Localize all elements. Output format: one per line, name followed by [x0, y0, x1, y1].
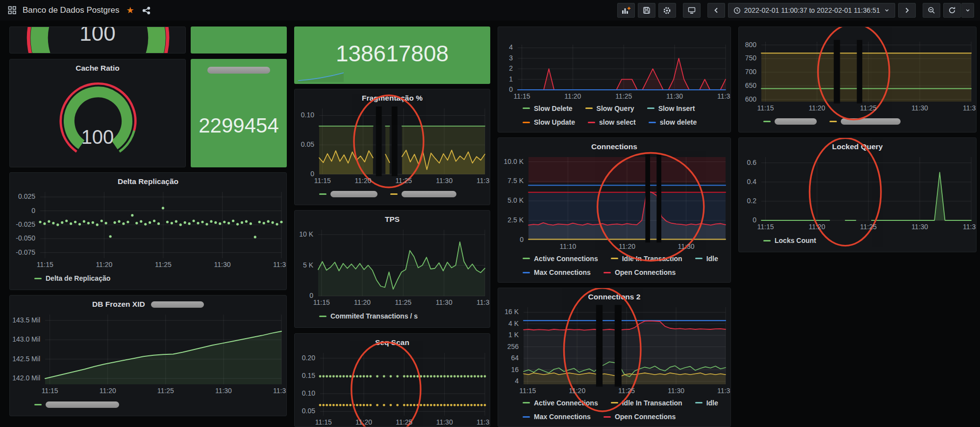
settings-gear-button[interactable]	[658, 3, 676, 18]
legend-color-dash	[763, 240, 771, 241]
panel-title[interactable]: TPS	[295, 213, 490, 226]
fragmentation-chart[interactable]: 0.100.05011:1511:2011:2511:3011:35	[295, 105, 490, 186]
legend-item[interactable]: Slow Delete	[523, 105, 573, 112]
x-tick-label: 11:20	[803, 223, 830, 231]
dashboards-grid-icon[interactable]	[6, 4, 19, 17]
dashboard-title[interactable]: Banco de Dados Postgres	[23, 5, 120, 15]
y-tick-label: 700	[739, 68, 756, 76]
chart-plot-svg	[761, 42, 971, 102]
chart-plot-svg	[319, 108, 485, 174]
x-tick-label: 11:20	[90, 261, 118, 268]
legend-label: Open Connections	[615, 413, 676, 421]
tv-mode-button[interactable]	[683, 3, 701, 18]
panel-stat-primary[interactable]: 138617808	[294, 27, 490, 84]
legend-item[interactable]: Commited Transactions / s	[319, 312, 418, 320]
legend-item[interactable]	[829, 118, 901, 125]
legend-item[interactable]	[34, 401, 119, 408]
legend-item[interactable]: Idle	[695, 399, 718, 407]
x-tick-label: 11:20	[559, 92, 586, 100]
time-forward-button[interactable]	[898, 3, 916, 18]
legend-item[interactable]: Idle	[695, 255, 718, 263]
legend-color-dash	[34, 404, 42, 405]
panel-connections[interactable]: Connections 10.0 K7.5 K5.0 K2.5 K011:101…	[498, 137, 731, 283]
y-tick-label: 0.6	[739, 159, 756, 166]
favorite-star-icon[interactable]: ★	[126, 5, 134, 16]
legend-item[interactable]: Slow Query	[585, 105, 634, 112]
legend-item[interactable]: slow delete	[649, 118, 697, 126]
slow-query-chart[interactable]: 4321011:1511:2011:2511:3011:35	[498, 27, 730, 102]
refresh-button[interactable]	[943, 3, 961, 18]
panel-title[interactable]: Locked Query	[739, 140, 976, 153]
x-tick-label: 11:35	[957, 223, 977, 231]
legend-label: Idle	[706, 255, 718, 263]
legend-item[interactable]: Open Connections	[603, 413, 676, 421]
y-tick-label: 143.0 Mil	[10, 335, 40, 343]
panel-values-top-right[interactable]: 80075070065060011:1511:2011:2511:3011:35	[738, 27, 977, 133]
y-tick-label: 7.5 K	[498, 177, 524, 185]
panel-title[interactable]: Fragmentação %	[295, 92, 490, 105]
add-panel-button[interactable]	[617, 3, 635, 18]
legend-label: Idle In Transaction	[622, 399, 682, 407]
legend-item[interactable]	[390, 191, 456, 197]
x-tick-label: 11:25	[389, 298, 417, 306]
legend-color-dash	[523, 107, 530, 109]
legend-item[interactable]: Max Connections	[523, 413, 591, 421]
panel-slow-query[interactable]: 4321011:1511:2011:2511:3011:35 Slow Dele…	[498, 27, 731, 133]
legend-item[interactable]: Active Connections	[523, 255, 598, 263]
connections-2-chart[interactable]: 16 K4 K1 K2566416411:1511:2011:2511:3011…	[498, 303, 730, 396]
legend-item[interactable]: Max Connections	[523, 268, 591, 276]
legend-item[interactable]: Locks Count	[763, 237, 816, 244]
tps-chart[interactable]: 10 K5 K011:1511:2011:2511:3011:35	[295, 226, 490, 308]
gauge-cut: 100	[10, 27, 185, 53]
legend-item[interactable]: Slow Insert	[647, 105, 695, 112]
legend-color-dash	[523, 272, 530, 273]
x-tick-label: 11:15	[514, 387, 541, 395]
legend-item[interactable]	[319, 191, 377, 197]
seq-scan-chart[interactable]: 0.200.150.100.0511:1511:2011:2511:3011:3…	[295, 349, 490, 427]
panel-title[interactable]: Cache Ratio	[10, 62, 185, 75]
panel-cache-ratio[interactable]: Cache Ratio 100	[9, 59, 186, 167]
locked-query-chart[interactable]: 0.60.40.2011:1511:2011:2511:3011:35	[739, 153, 976, 232]
legend-item[interactable]: Slow Update	[523, 118, 575, 126]
time-back-button[interactable]	[707, 3, 725, 18]
y-tick-label: 2	[498, 64, 513, 72]
panel-title[interactable]: Connections	[498, 140, 730, 153]
share-icon[interactable]	[140, 4, 153, 17]
legend-color-dash	[523, 402, 530, 403]
panel-locked-query[interactable]: Locked Query 0.60.40.2011:1511:2011:2511…	[738, 137, 977, 252]
connections-chart[interactable]: 10.0 K7.5 K5.0 K2.5 K011:1011:2011:30	[498, 153, 730, 252]
panel-stat-cut[interactable]	[191, 27, 287, 53]
x-tick-label: 11:25	[390, 177, 417, 185]
panel-tps[interactable]: TPS 10 K5 K011:1511:2011:2511:3011:35 Co…	[294, 210, 490, 328]
y-tick-label: 16 K	[498, 308, 519, 316]
y-tick-label: 600	[739, 95, 756, 103]
panel-title[interactable]: Delta Replicação	[10, 175, 286, 188]
x-tick-label: 11:20	[350, 418, 377, 426]
panel-gauge-top-cut[interactable]: 100	[9, 27, 186, 53]
y-tick-label: 3	[498, 54, 513, 62]
legend-item[interactable]: slow select	[588, 118, 636, 126]
refresh-interval-dropdown[interactable]	[961, 3, 974, 18]
panel-stat-secondary[interactable]: 2299454	[191, 59, 287, 167]
legend-item[interactable]	[763, 118, 817, 125]
legend-label: Slow Query	[597, 105, 634, 112]
legend-item[interactable]: Open Connections	[603, 268, 676, 276]
legend-item[interactable]: Delta de Replicação	[34, 274, 110, 282]
delta-replicacao-chart[interactable]: 0.0250-0.025-0.050-0.07511:1511:2011:251…	[10, 188, 286, 270]
values-chart[interactable]: 80075070065060011:1511:2011:2511:3011:35	[739, 27, 976, 113]
panel-db-frozen-xid[interactable]: DB Frozen XID 143.5 Mil143.0 Mil142.5 Mi…	[9, 295, 287, 416]
panel-seq-scan[interactable]: Seq Scan 0.200.150.100.0511:1511:2011:25…	[294, 333, 490, 427]
panel-title[interactable]: Connections 2	[498, 291, 730, 303]
x-tick-label: 11:25	[152, 387, 179, 395]
save-dashboard-button[interactable]	[638, 3, 655, 18]
db-frozen-xid-chart[interactable]: 143.5 Mil143.0 Mil142.5 Mil142.0 Mil11:1…	[10, 311, 286, 396]
panel-fragmentation[interactable]: Fragmentação % 0.100.05011:1511:2011:251…	[294, 89, 490, 205]
legend-label: Slow Delete	[534, 105, 573, 112]
time-range-picker[interactable]: 2022-02-01 11:00:37 to 2022-02-01 11:36:…	[728, 3, 895, 18]
y-tick-label: 4	[498, 43, 513, 51]
panel-connections-2[interactable]: Connections 2 16 K4 K1 K2566416411:1511:…	[498, 288, 731, 427]
y-tick-label: 2.5 K	[498, 216, 524, 224]
zoom-out-button[interactable]	[923, 3, 940, 18]
panel-title[interactable]: DB Frozen XID	[10, 298, 286, 311]
panel-delta-replicacao[interactable]: Delta Replicação 0.0250-0.025-0.050-0.07…	[9, 172, 287, 290]
